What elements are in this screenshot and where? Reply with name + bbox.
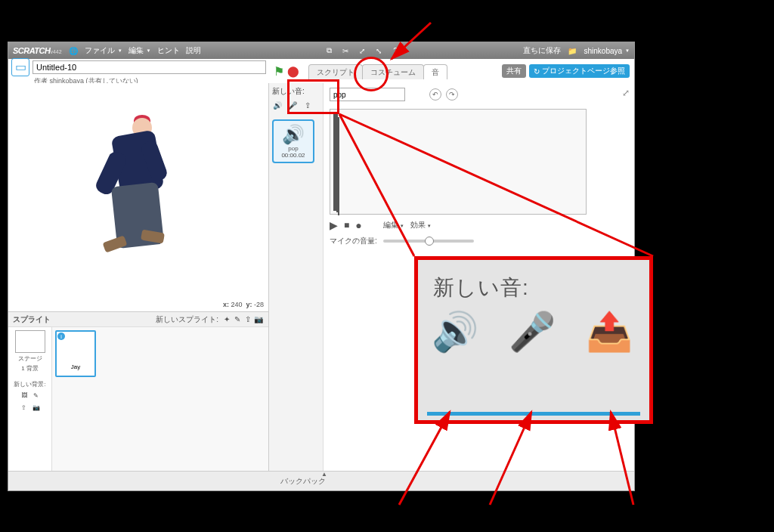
record-button[interactable]: ● [355,219,361,231]
scratch-logo: SCRATCHv442 [13,46,62,55]
edit-dropdown[interactable]: 編集 [383,220,404,230]
globe-icon[interactable]: 🌐 [68,45,79,56]
upload-backdrop-icon[interactable]: ⇪ [19,402,29,413]
duplicate-icon[interactable]: ⧉ [324,45,334,56]
sprite-card[interactable]: i Jay [55,330,96,377]
zoom-upload-icon: 📤 [586,310,633,354]
zoom-new-sound-label: 新しい音: [418,260,649,302]
upload-sound-icon[interactable]: ⇪ [302,100,313,110]
new-sprite-label: 新しいスプライト: [156,314,218,325]
green-flag-icon[interactable]: ⚑ [274,64,284,79]
choose-sound-icon[interactable]: 🔊 [272,100,283,110]
paint-backdrop-icon[interactable]: ✎ [31,390,42,401]
view-mode-icon[interactable]: ▭ [11,58,29,76]
help-icon[interactable]: ? [390,45,401,56]
user-menu[interactable]: shinkobaya [584,47,630,55]
project-title-input[interactable] [33,60,266,74]
new-sound-label: 新しい音: [272,86,320,97]
sound-name: pop [288,145,298,152]
annotation-zoom-panel: 新しい音: 🔊 🎤 📤 [414,256,653,424]
undo-button[interactable]: ↶ [429,88,441,101]
sprites-header: スプライト [13,314,51,325]
camera-sprite-icon[interactable]: 📷 [253,314,264,325]
stage-coords: x: 240 y: -28 [223,301,264,308]
shrink-icon[interactable]: ⤡ [373,45,384,56]
folder-icon[interactable]: 📁 [567,45,577,56]
sprite-name: Jay [71,363,80,370]
play-button[interactable]: ▶ [330,219,338,231]
redo-button[interactable]: ↷ [446,88,458,101]
zoom-mic-icon: 🎤 [509,310,556,354]
zoom-speaker-icon: 🔊 [432,310,478,354]
share-button[interactable]: 共有 [502,64,526,78]
mic-volume-label: マイクの音量: [330,236,377,246]
hints-menu[interactable]: ヒント [157,45,180,56]
speaker-icon: 🔊 [282,124,305,145]
effects-dropdown[interactable]: 効果 [410,220,432,230]
stage-area[interactable]: x: 240 y: -28 [8,83,268,312]
sound-card[interactable]: 🔊 pop 00:00.02 [272,119,314,163]
sprite-on-stage[interactable] [99,118,182,254]
stage-backdrop-count: 1 背景 [21,364,39,373]
stop-icon[interactable]: ⬤ [287,65,299,77]
waveform-canvas[interactable] [330,109,587,215]
delete-icon[interactable]: ✂ [340,45,351,56]
record-sound-icon[interactable]: 🎤 [287,100,298,110]
stage-column: ステージ 1 背景 新しい背景: 🖼 ✎ ⇪ 📷 [8,327,52,471]
file-menu[interactable]: ファイル [85,45,122,56]
tab-sounds[interactable]: 音 [423,64,447,79]
upload-sprite-icon[interactable]: ⇪ [243,314,253,325]
editor-tabs: スクリプト コスチューム 音 [308,63,447,79]
choose-backdrop-icon[interactable]: 🖼 [19,390,29,401]
expand-icon[interactable]: ⤢ [622,88,630,98]
sound-length: 00:00.02 [281,152,305,159]
save-now[interactable]: 直ちに保存 [523,45,561,56]
new-sound-panel: 新しい音: 🔊 🎤 ⇪ 🔊 pop 00:00.02 [269,83,324,471]
project-page-button[interactable]: ↻プロジェクトページ参照 [529,64,630,78]
stage-thumbnail[interactable] [15,330,45,353]
mic-volume-slider[interactable] [383,240,474,243]
new-backdrop-label: 新しい背景: [14,380,45,388]
stage-label: ステージ [18,354,42,363]
stop-button[interactable]: ■ [344,220,349,230]
paint-sprite-icon[interactable]: ✎ [232,314,243,325]
backpack-label: バックパック [280,476,326,487]
camera-backdrop-icon[interactable]: 📷 [31,402,42,413]
tab-costumes[interactable]: コスチューム [362,64,424,79]
choose-sprite-icon[interactable]: ✦ [221,314,232,325]
sprite-list: i Jay [52,327,268,471]
titlebar: ▭ 作者 shinkobaya (共有していない) ⚑ ⬤ スクリプト コスチュ… [8,59,634,83]
sound-name-input[interactable] [330,88,405,101]
edit-menu[interactable]: 編集 [128,45,151,56]
about-menu[interactable]: 説明 [186,45,201,56]
tab-scripts[interactable]: スクリプト [308,64,363,79]
grow-icon[interactable]: ⤢ [357,45,367,56]
backpack-bar[interactable]: バックパック [8,471,634,490]
